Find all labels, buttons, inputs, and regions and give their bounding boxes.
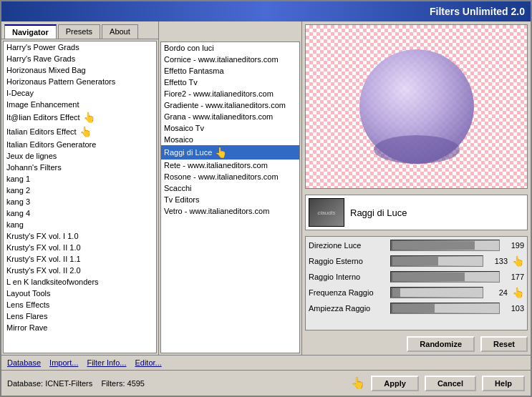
hand-pointer-icon: 👆 xyxy=(512,287,524,298)
filter-info-bar: claudis Raggi di Luce xyxy=(305,195,528,230)
randomize-button[interactable]: Randomize xyxy=(407,336,475,352)
slider-value: 199 xyxy=(503,241,524,250)
list-item[interactable]: Jeux de lignes xyxy=(4,150,156,162)
rays-preview: var rays = 32; for(var i=0;i xyxy=(338,28,495,185)
filter-item-raggi[interactable]: Raggi di Luce 👆 xyxy=(161,145,299,160)
list-item[interactable]: kang xyxy=(4,219,156,230)
slider-value: 24 xyxy=(486,288,508,297)
status-info: Database: ICNET-Filters Filters: 4595 xyxy=(7,379,345,388)
list-item[interactable]: Harry's Power Grads xyxy=(4,41,156,53)
filter-name-display: Raggi di Luce xyxy=(350,207,524,218)
filter-item[interactable]: Effetto Tv xyxy=(161,77,299,88)
filter-item[interactable]: Bordo con luci xyxy=(161,42,299,54)
list-item[interactable]: It@lian Editors Effect 👆 xyxy=(4,110,156,124)
slider-row-frequenza: Frequenza Raggio 24 👆 xyxy=(309,287,524,298)
list-item[interactable]: L en K landksiteofwonders xyxy=(4,276,156,288)
hand-pointer-icon: 👆 xyxy=(83,112,95,123)
filter-item[interactable]: Effetto Fantasma xyxy=(161,65,299,77)
filter-list-panel: Bordo con luci Cornice - www.italianedit… xyxy=(159,21,302,355)
list-item[interactable]: Lens Flares xyxy=(4,310,156,322)
slider-label: Ampiezza Raggio xyxy=(309,304,387,313)
filter-info-button[interactable]: Filter Info... xyxy=(87,358,126,367)
hand-pointer-icon: 👆 xyxy=(512,255,524,267)
left-panel: Navigator Presets About Harry's Power Gr… xyxy=(1,21,159,355)
slider-row-raggio-interno: Raggio Interno 177 xyxy=(309,271,524,283)
list-item[interactable]: Krusty's FX vol. II 1.1 xyxy=(4,253,156,265)
list-item[interactable]: kang 2 xyxy=(4,185,156,196)
hand-pointer-icon: 👆 xyxy=(215,147,227,158)
list-item[interactable]: Mirror Rave xyxy=(4,322,156,333)
list-item[interactable]: kang 3 xyxy=(4,196,156,207)
database-value: ICNET-Filters xyxy=(45,379,92,388)
filter-item[interactable]: Tv Editors xyxy=(161,194,299,205)
list-item[interactable]: Krusty's FX vol. II 1.0 xyxy=(4,242,156,253)
title-bar: Filters Unlimited 2.0 xyxy=(1,1,531,21)
reset-button[interactable]: Reset xyxy=(480,336,528,352)
slider-label: Frequenza Raggio xyxy=(309,288,387,297)
slider-frequenza[interactable] xyxy=(390,287,483,298)
slider-raggio-esterno[interactable] xyxy=(390,255,483,267)
slider-label: Direzione Luce xyxy=(309,241,387,250)
tabs-bar: Navigator Presets About xyxy=(1,21,158,39)
slider-row-ampiezza: Ampiezza Raggio 103 xyxy=(309,303,524,314)
list-item[interactable]: I-Decay xyxy=(4,87,156,99)
svg-point-33 xyxy=(374,135,460,164)
list-item-italian-editors[interactable]: Italian Editors Effect 👆 xyxy=(4,124,156,139)
slider-direzione[interactable] xyxy=(390,240,500,251)
filter-item[interactable]: Rete - www.italianeditors.com xyxy=(161,160,299,171)
list-item[interactable]: Image Enhancement xyxy=(4,99,156,110)
filter-item[interactable]: Fiore2 - www.italianeditors.com xyxy=(161,88,299,99)
tab-navigator[interactable]: Navigator xyxy=(4,24,57,39)
list-item[interactable]: kang 4 xyxy=(4,207,156,219)
help-button[interactable]: Help xyxy=(482,376,525,391)
navigator-list[interactable]: Harry's Power Grads Harry's Rave Grads H… xyxy=(3,41,157,353)
apply-button[interactable]: Apply xyxy=(371,376,419,391)
list-item[interactable]: Harry's Rave Grads xyxy=(4,53,156,64)
preview-image: var rays = 32; for(var i=0;i xyxy=(305,24,528,189)
filter-item[interactable]: Scacchi xyxy=(161,182,299,194)
slider-raggio-interno[interactable] xyxy=(390,271,500,283)
filter-item[interactable]: Mosaico Tv xyxy=(161,122,299,134)
filters-label: Filters: xyxy=(101,379,125,388)
list-item[interactable]: Johann's Filters xyxy=(4,162,156,173)
slider-value: 103 xyxy=(503,304,524,313)
content-area: Navigator Presets About Harry's Power Gr… xyxy=(1,21,531,355)
list-item[interactable]: Krusty's FX vol. II 2.0 xyxy=(4,265,156,276)
slider-ampiezza[interactable] xyxy=(390,303,500,314)
slider-label: Raggio Esterno xyxy=(309,257,387,265)
list-item[interactable]: Lens Effects xyxy=(4,299,156,310)
list-item[interactable]: kang 1 xyxy=(4,173,156,185)
list-item[interactable]: Horizonaus Pattern Generators xyxy=(4,76,156,87)
import-button[interactable]: Import... xyxy=(49,358,78,367)
filter-item[interactable]: Rosone - www.italianeditors.com xyxy=(161,171,299,182)
slider-label: Raggio Interno xyxy=(309,273,387,281)
filter-item[interactable]: Vetro - www.italianeditors.com xyxy=(161,205,299,217)
list-item[interactable]: Layout Tools xyxy=(4,288,156,299)
slider-value: 177 xyxy=(503,273,524,281)
main-window: Filters Unlimited 2.0 Navigator Presets … xyxy=(0,0,532,397)
bottom-actions-bar: Database Import... Filter Info... Editor… xyxy=(1,355,531,370)
cancel-button[interactable]: Cancel xyxy=(425,376,476,391)
database-button[interactable]: Database xyxy=(7,358,41,367)
filter-item[interactable]: Cornice - www.italianeditors.com xyxy=(161,54,299,65)
filter-item[interactable]: Grana - www.italianeditors.com xyxy=(161,111,299,122)
preview-panel: var rays = 32; for(var i=0;i xyxy=(302,21,531,355)
hand-pointer-icon: 👆 xyxy=(351,376,365,390)
filter-item[interactable]: Mosaico xyxy=(161,134,299,145)
sliders-area: Direzione Luce 199 Raggio Esterno 133 👆 xyxy=(305,236,528,330)
filters-value: 4595 xyxy=(127,379,145,388)
slider-row-raggio-esterno: Raggio Esterno 133 👆 xyxy=(309,255,524,267)
tab-presets[interactable]: Presets xyxy=(58,24,100,39)
app-title: Filters Unlimited 2.0 xyxy=(430,6,525,17)
hand-pointer-icon: 👆 xyxy=(79,126,92,137)
list-item[interactable]: Krusty's FX vol. I 1.0 xyxy=(4,230,156,242)
tab-about[interactable]: About xyxy=(102,24,138,39)
editor-button[interactable]: Editor... xyxy=(135,358,161,367)
list-item[interactable]: Horizonaus Mixed Bag xyxy=(4,64,156,76)
database-label: Database: xyxy=(7,379,43,388)
plugin-thumbnail: claudis xyxy=(309,198,344,227)
filter-list[interactable]: Bordo con luci Cornice - www.italianedit… xyxy=(160,41,300,353)
filter-item[interactable]: Gradiente - www.italianeditors.com xyxy=(161,99,299,111)
randomize-reset-bar: Randomize Reset xyxy=(302,333,531,355)
list-item[interactable]: Italian Editors Generatore xyxy=(4,139,156,150)
